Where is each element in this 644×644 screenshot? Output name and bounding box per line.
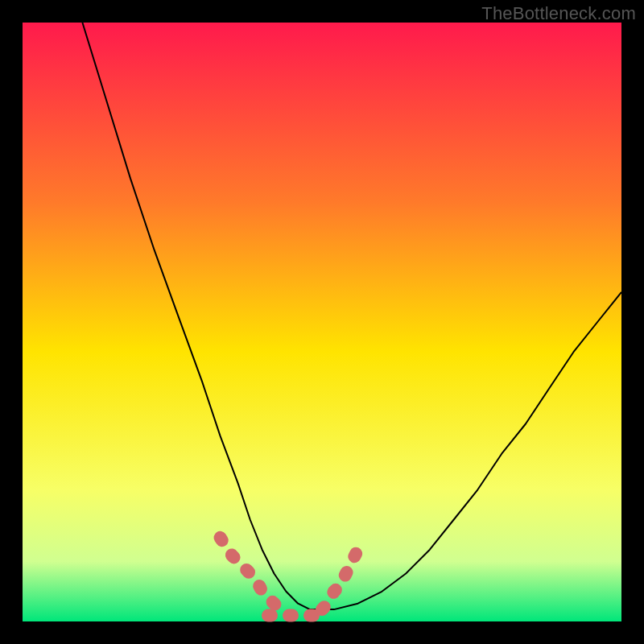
plot-background: [23, 23, 621, 621]
chart-frame: TheBottleneck.com: [0, 0, 644, 644]
chart-canvas: [0, 0, 644, 644]
watermark-text: TheBottleneck.com: [481, 3, 636, 24]
